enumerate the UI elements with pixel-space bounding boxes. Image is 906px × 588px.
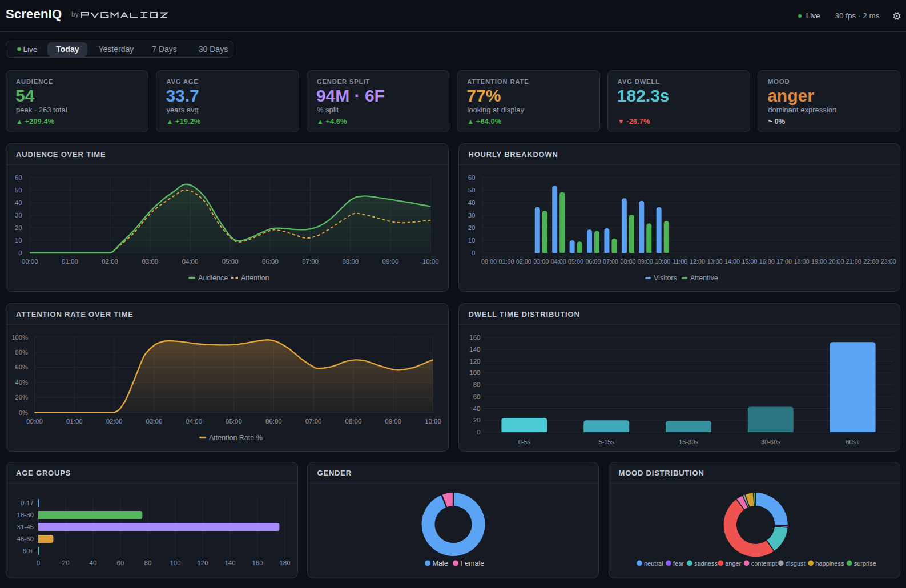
svg-text:17:00: 17:00 <box>776 258 792 265</box>
svg-text:18:00: 18:00 <box>794 258 809 265</box>
svg-text:10:00: 10:00 <box>422 258 439 265</box>
svg-text:60%: 60% <box>15 364 28 370</box>
svg-text:04:00: 04:00 <box>182 258 199 265</box>
svg-text:30: 30 <box>468 212 475 219</box>
svg-text:10:00: 10:00 <box>655 258 670 265</box>
svg-text:neutral: neutral <box>644 560 663 567</box>
svg-text:Attentive: Attentive <box>690 274 718 282</box>
svg-text:20: 20 <box>15 224 22 231</box>
svg-text:surprise: surprise <box>853 560 876 567</box>
svg-text:16:00: 16:00 <box>759 258 774 265</box>
svg-text:08:00: 08:00 <box>342 258 359 265</box>
svg-text:40: 40 <box>90 559 97 566</box>
svg-text:Male: Male <box>432 559 448 567</box>
svg-text:fear: fear <box>673 560 684 567</box>
svg-text:10: 10 <box>468 237 475 244</box>
svg-text:160: 160 <box>252 559 263 566</box>
svg-text:Audience: Audience <box>198 274 228 282</box>
svg-text:20: 20 <box>62 559 70 566</box>
svg-text:03:00: 03:00 <box>142 258 158 265</box>
svg-text:05:00: 05:00 <box>226 418 242 425</box>
svg-text:22:00: 22:00 <box>863 258 879 265</box>
svg-text:06:00: 06:00 <box>585 258 601 265</box>
svg-text:01:00: 01:00 <box>66 418 83 425</box>
svg-text:60s+: 60s+ <box>845 438 859 445</box>
svg-text:anger: anger <box>725 560 741 567</box>
svg-text:80: 80 <box>144 559 152 566</box>
svg-text:100%: 100% <box>11 334 28 341</box>
svg-text:13:00: 13:00 <box>707 258 722 265</box>
svg-text:10: 10 <box>15 237 22 244</box>
svg-text:disgust: disgust <box>785 560 805 567</box>
svg-text:40: 40 <box>15 199 22 206</box>
svg-text:04:00: 04:00 <box>186 418 202 425</box>
svg-text:40%: 40% <box>15 379 28 386</box>
svg-text:12:00: 12:00 <box>689 258 704 265</box>
svg-text:06:00: 06:00 <box>265 418 282 425</box>
svg-text:07:00: 07:00 <box>302 258 319 265</box>
svg-text:Attention: Attention <box>241 274 269 282</box>
svg-text:40: 40 <box>473 405 480 412</box>
svg-text:02:00: 02:00 <box>102 258 118 265</box>
svg-text:03:00: 03:00 <box>533 258 549 265</box>
svg-text:0: 0 <box>472 249 475 256</box>
svg-text:20:00: 20:00 <box>828 258 844 265</box>
svg-text:03:00: 03:00 <box>146 418 163 425</box>
svg-text:180: 180 <box>279 559 290 566</box>
svg-text:Visitors: Visitors <box>654 274 677 282</box>
svg-text:0%: 0% <box>19 409 28 416</box>
svg-text:09:00: 09:00 <box>382 258 399 265</box>
svg-text:02:00: 02:00 <box>516 258 531 265</box>
svg-text:140: 140 <box>469 346 480 353</box>
svg-text:30: 30 <box>15 212 22 219</box>
svg-text:happiness: happiness <box>815 560 844 567</box>
svg-text:15:00: 15:00 <box>742 258 757 265</box>
svg-text:46-60: 46-60 <box>17 535 34 542</box>
svg-text:160: 160 <box>469 334 480 341</box>
svg-text:09:00: 09:00 <box>637 258 653 265</box>
svg-text:01:00: 01:00 <box>498 258 514 265</box>
svg-text:01:00: 01:00 <box>62 258 78 265</box>
svg-text:00:00: 00:00 <box>26 418 43 425</box>
svg-text:20: 20 <box>468 224 475 231</box>
svg-text:0: 0 <box>37 559 40 566</box>
svg-text:19:00: 19:00 <box>811 258 826 265</box>
svg-text:Attention Rate %: Attention Rate % <box>209 434 263 442</box>
svg-text:10:00: 10:00 <box>425 418 441 425</box>
svg-text:20%: 20% <box>15 394 28 401</box>
svg-text:contempt: contempt <box>751 560 776 567</box>
svg-text:14:00: 14:00 <box>724 258 739 265</box>
svg-text:80: 80 <box>473 381 480 388</box>
svg-text:50: 50 <box>468 187 475 194</box>
svg-text:09:00: 09:00 <box>385 418 401 425</box>
svg-text:60+: 60+ <box>22 547 34 554</box>
svg-text:0-17: 0-17 <box>21 500 34 506</box>
svg-text:sadness: sadness <box>694 560 718 567</box>
svg-text:23:00: 23:00 <box>880 258 896 265</box>
svg-text:11:00: 11:00 <box>672 258 687 265</box>
svg-text:120: 120 <box>197 559 208 566</box>
svg-text:02:00: 02:00 <box>106 418 123 425</box>
svg-text:40: 40 <box>468 199 475 206</box>
svg-text:08:00: 08:00 <box>345 418 362 425</box>
svg-text:Female: Female <box>460 559 484 567</box>
svg-text:05:00: 05:00 <box>568 258 583 265</box>
svg-text:0-5s: 0-5s <box>518 438 530 445</box>
svg-text:0: 0 <box>18 249 22 256</box>
svg-text:05:00: 05:00 <box>222 258 239 265</box>
svg-text:04:00: 04:00 <box>550 258 566 265</box>
svg-text:18-30: 18-30 <box>17 512 34 518</box>
svg-text:100: 100 <box>170 559 180 566</box>
svg-text:0: 0 <box>477 429 480 436</box>
svg-text:60: 60 <box>117 559 124 566</box>
svg-text:31-45: 31-45 <box>17 523 34 530</box>
svg-text:08:00: 08:00 <box>620 258 635 265</box>
svg-text:120: 120 <box>469 358 480 365</box>
svg-text:80%: 80% <box>15 349 28 356</box>
svg-text:07:00: 07:00 <box>305 418 322 425</box>
svg-text:07:00: 07:00 <box>602 258 618 265</box>
svg-text:5-15s: 5-15s <box>598 438 614 445</box>
svg-text:21:00: 21:00 <box>845 258 861 265</box>
svg-text:60: 60 <box>468 174 475 181</box>
svg-text:100: 100 <box>469 369 480 376</box>
